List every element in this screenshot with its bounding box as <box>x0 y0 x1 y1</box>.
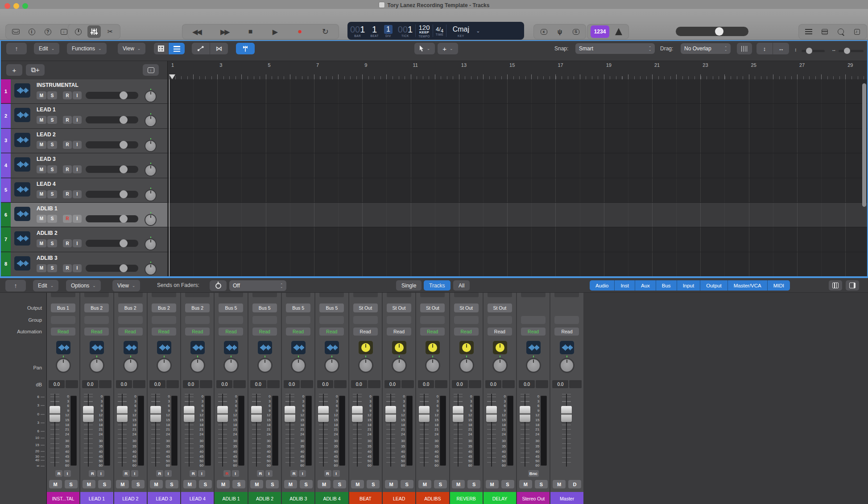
volume-fader[interactable] <box>50 406 60 422</box>
automation-mode-button[interactable]: Read <box>118 328 143 336</box>
duplicate-track-button[interactable]: ⧉+ <box>26 64 45 76</box>
filter-button-aux[interactable]: Aux <box>635 280 656 291</box>
input-monitor-button[interactable]: I <box>131 470 138 477</box>
track-pan-knob[interactable] <box>145 214 157 226</box>
channel-strip-lead1[interactable]: Bus 2Read0.003691215182124303540455060RI… <box>80 293 113 504</box>
list-view-button[interactable] <box>169 43 185 54</box>
record-enable-button[interactable]: R <box>63 91 72 99</box>
group-slot[interactable] <box>118 316 143 324</box>
pointer-tool-menu[interactable]: ⌄ <box>414 43 435 54</box>
solo-button[interactable]: S <box>47 190 57 198</box>
automation-mode-button[interactable]: Read <box>554 328 579 336</box>
solo-button[interactable]: S <box>199 480 212 488</box>
channel-pan-knob[interactable] <box>358 358 373 373</box>
track-pan-knob[interactable] <box>145 189 157 201</box>
channel-pan-knob[interactable] <box>526 358 541 373</box>
track-pan-knob[interactable] <box>145 115 157 127</box>
track-pan-knob[interactable] <box>145 238 157 250</box>
smart-controls-icon[interactable] <box>71 25 85 38</box>
record-enable-button[interactable]: R <box>223 470 231 477</box>
channel-name[interactable]: LEAD 3 <box>148 492 180 504</box>
mute-button[interactable]: M <box>37 215 46 223</box>
mute-button[interactable]: M <box>37 264 46 272</box>
volume-fader[interactable] <box>184 406 194 422</box>
volume-db-value[interactable]: 0.0 <box>216 380 232 388</box>
channel-pan-knob[interactable] <box>492 358 508 373</box>
track-volume-slider[interactable] <box>86 191 138 198</box>
track-volume-knob[interactable] <box>120 116 128 124</box>
channel-strip-adlib2[interactable]: Bus 5Read0.003691215182124303540455060RI… <box>248 293 281 504</box>
filter-button-input[interactable]: Input <box>677 280 701 291</box>
input-monitor-button[interactable]: I <box>198 470 205 477</box>
track-pan-knob[interactable] <box>145 164 157 176</box>
mixer-view-tab-all[interactable]: All <box>453 280 470 291</box>
output-button[interactable]: Bus 5 <box>252 303 277 312</box>
volume-db-value[interactable]: 0.0 <box>183 380 199 388</box>
track-header-row[interactable]: 5LEAD 4MSRI <box>1 178 167 203</box>
channel-pan-knob[interactable] <box>89 358 104 373</box>
sends-power-button[interactable] <box>210 280 227 291</box>
channel-name[interactable]: LEAD <box>383 492 415 504</box>
channel-name[interactable]: LEAD 2 <box>114 492 147 504</box>
channel-name[interactable]: BEAT <box>349 492 382 504</box>
mute-button[interactable]: M <box>418 480 431 488</box>
record-enable-button[interactable]: R <box>63 116 72 124</box>
record-enable-button[interactable]: R <box>63 190 72 198</box>
bar-ruler[interactable]: 1357911131517192123252729 <box>168 61 867 79</box>
channel-name[interactable]: ADLIB 1 <box>215 492 247 504</box>
group-slot[interactable] <box>521 316 546 324</box>
channel-strip-delay[interactable]: St OutRead0.003691215182124303540455060M… <box>484 293 516 504</box>
track-volume-knob[interactable] <box>120 264 128 272</box>
solo-button[interactable]: S <box>232 480 245 488</box>
input-monitor-button[interactable]: I <box>64 470 71 477</box>
solo-button[interactable]: S <box>47 141 57 149</box>
solo-button[interactable]: S <box>47 116 57 124</box>
solo-button[interactable]: S <box>401 480 413 488</box>
automation-mode-button[interactable]: Read <box>51 328 75 336</box>
channel-name[interactable]: LEAD 1 <box>80 492 113 504</box>
channel-pan-knob[interactable] <box>459 358 474 373</box>
group-slot[interactable] <box>353 316 378 324</box>
mute-button[interactable]: M <box>217 480 230 488</box>
group-slot[interactable] <box>454 316 479 324</box>
channel-pan-knob[interactable] <box>223 358 239 373</box>
volume-db-value[interactable]: 0.0 <box>116 380 132 388</box>
channel-name[interactable]: INST...TAL <box>47 492 79 504</box>
tuner-icon[interactable]: ψ <box>553 25 566 38</box>
mute-button[interactable]: M <box>519 480 532 488</box>
bounce-button[interactable]: Bnc <box>528 470 539 477</box>
mute-button[interactable]: M <box>150 480 163 488</box>
volume-fader[interactable] <box>453 406 463 422</box>
channel-name[interactable]: LEAD 4 <box>181 492 214 504</box>
solo-button[interactable]: S <box>434 480 447 488</box>
solo-button[interactable]: S <box>98 480 111 488</box>
horizontal-auto-zoom-button[interactable]: ↔ <box>773 43 789 54</box>
record-enable-button[interactable]: R <box>63 239 72 247</box>
lcd-display[interactable]: 001 BAR 1 BEAT 1 DIV 001 TICK 120 KEEP T… <box>347 22 524 40</box>
group-slot[interactable] <box>387 316 411 324</box>
sends-mode-dropdown[interactable]: Off⌃⌄ <box>229 280 286 291</box>
volume-db-value[interactable]: 0.0 <box>250 380 266 388</box>
volume-db-value[interactable]: 0.0 <box>485 380 501 388</box>
channel-pan-knob[interactable] <box>257 358 273 373</box>
volume-db-value[interactable]: 0.0 <box>82 380 98 388</box>
mute-button[interactable]: M <box>37 116 46 124</box>
channel-strip-insttal[interactable]: Bus 1Read0.003691215182124303540455060RI… <box>47 293 79 504</box>
functions-menu-button[interactable]: Functions⌄ <box>67 43 107 54</box>
add-track-button[interactable]: + <box>6 64 22 76</box>
channel-name[interactable]: ADLIBS <box>416 492 449 504</box>
output-button[interactable]: Bus 2 <box>185 303 210 312</box>
mute-button[interactable]: M <box>37 239 46 247</box>
record-enable-button[interactable]: R <box>257 470 264 477</box>
automation-mode-button[interactable]: Read <box>252 328 277 336</box>
solo-button[interactable]: S <box>47 165 57 173</box>
channel-name[interactable]: DELAY <box>484 492 516 504</box>
view-menu-button[interactable]: View⌄ <box>118 43 145 54</box>
snap-dropdown[interactable]: Smart⌃⌄ <box>575 43 655 54</box>
info-icon[interactable]: i <box>25 25 38 38</box>
output-button[interactable]: St Out <box>387 303 411 312</box>
mute-button[interactable]: M <box>385 480 398 488</box>
mute-button[interactable]: M <box>351 480 364 488</box>
record-enable-button[interactable]: R <box>63 141 72 149</box>
track-volume-knob[interactable] <box>120 165 128 173</box>
